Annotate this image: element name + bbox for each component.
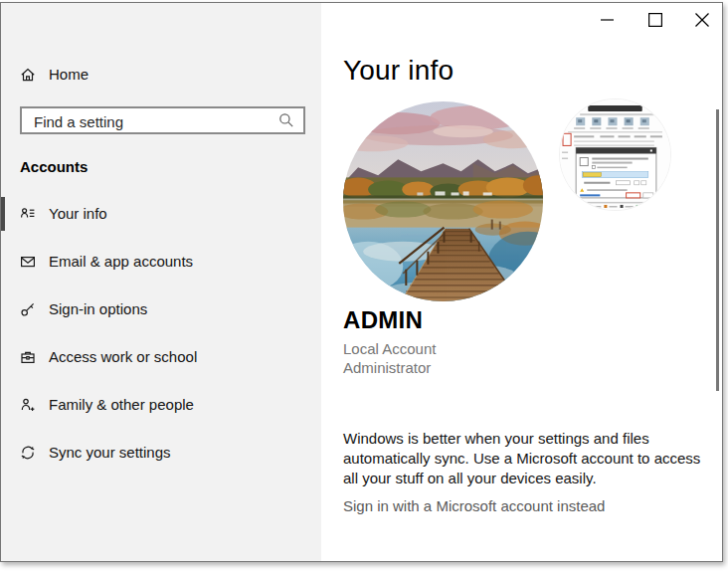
page-title: Your info <box>343 55 454 87</box>
sidebar-item-label: Family & other people <box>49 385 194 425</box>
sidebar-item-label: Home <box>49 55 89 95</box>
briefcase-icon <box>20 349 36 365</box>
section-header-accounts: Accounts <box>20 158 88 175</box>
sidebar-item-email-app-accounts[interactable]: Email & app accounts <box>1 242 321 282</box>
search-icon[interactable] <box>278 112 294 128</box>
sidebar-item-label: Access work or school <box>49 337 197 377</box>
minimize-icon <box>601 19 614 21</box>
search-box <box>20 106 305 134</box>
close-icon <box>695 13 709 27</box>
maximize-button[interactable] <box>638 5 672 35</box>
home-icon <box>20 67 36 83</box>
secondary-avatar <box>560 99 670 210</box>
key-icon <box>20 301 36 317</box>
sidebar-item-label: Your info <box>49 194 107 234</box>
sidebar-item-home[interactable]: Home <box>1 55 321 95</box>
minimize-button[interactable] <box>590 5 624 35</box>
sidebar-item-family-other-people[interactable]: Family & other people <box>1 385 321 425</box>
sidebar: Home Accounts Your info <box>1 3 321 561</box>
contact-card-icon <box>20 206 36 222</box>
search-input[interactable] <box>32 108 274 134</box>
scrollbar-thumb[interactable] <box>716 109 719 391</box>
sidebar-item-label: Sign-in options <box>49 289 147 329</box>
sidebar-item-label: Email & app accounts <box>49 242 193 282</box>
account-type: Local Account <box>343 339 436 358</box>
account-role: Administrator <box>343 358 431 377</box>
sidebar-item-access-work-school[interactable]: Access work or school <box>1 337 321 377</box>
sidebar-item-your-info[interactable]: Your info <box>1 194 321 234</box>
sidebar-item-label: Sync your settings <box>49 433 171 473</box>
sync-icon <box>20 445 36 461</box>
settings-window: Settings Home <box>0 2 723 562</box>
account-name: ADMIN <box>343 306 423 334</box>
email-icon <box>20 254 36 270</box>
close-button[interactable] <box>685 5 719 35</box>
sidebar-item-sync-your-settings[interactable]: Sync your settings <box>1 433 321 473</box>
maximize-icon <box>648 13 662 27</box>
sync-description: Windows is better when your settings and… <box>343 429 713 488</box>
sidebar-item-sign-in-options[interactable]: Sign-in options <box>1 289 321 329</box>
app-screenshot-graphic <box>560 99 670 210</box>
sign-in-microsoft-link[interactable]: Sign in with a Microsoft account instead <box>343 497 605 514</box>
profile-avatar <box>343 101 543 301</box>
add-person-icon <box>20 397 36 413</box>
landscape-photo-graphic <box>343 101 543 301</box>
